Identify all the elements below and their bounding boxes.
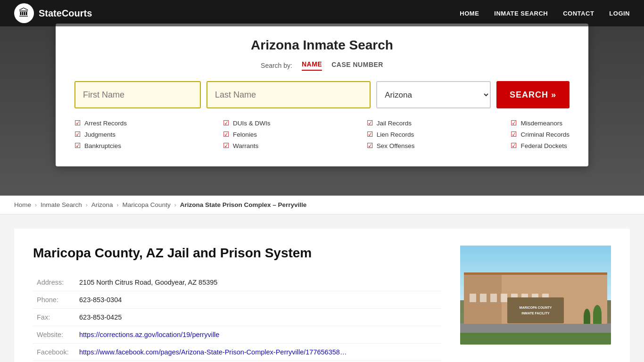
table-row: Facebook: https://www.facebook.com/pages… <box>33 344 441 361</box>
checklist-col-4: ☑ Misdemeanors ☑ Criminal Records ☑ Fede… <box>511 119 570 150</box>
search-button[interactable]: SEARCH » <box>496 81 570 108</box>
checklist-item: ☑ Felonies <box>223 130 271 139</box>
search-by-label: Search by: <box>261 62 292 69</box>
checklist-item: ☑ Jail Records <box>367 119 415 127</box>
breadcrumb-inmate-search[interactable]: Inmate Search <box>41 201 82 208</box>
checklist-item: ☑ DUIs & DWIs <box>223 119 271 127</box>
checklist-item: ☑ Warrants <box>223 141 271 150</box>
content-right: MARICOPA COUNTY INMATE FACILITY <box>460 246 611 361</box>
phone-label: Phone: <box>33 291 75 309</box>
search-card-title: Arizona Inmate Search <box>74 38 570 53</box>
breadcrumb-maricopa[interactable]: Maricopa County <box>123 201 171 208</box>
checklist-label: Federal Dockets <box>520 142 567 149</box>
last-name-input[interactable] <box>206 81 371 108</box>
checklist-label: Judgments <box>84 131 116 138</box>
check-icon: ☑ <box>367 141 373 150</box>
tab-name[interactable]: NAME <box>302 60 322 71</box>
checklist-col-2: ☑ DUIs & DWIs ☑ Felonies ☑ Warrants <box>223 119 271 150</box>
check-icon: ☑ <box>367 130 373 139</box>
checklist-label: Jail Records <box>377 120 412 127</box>
checklist-item: ☑ Bankruptcies <box>74 141 127 150</box>
info-table: Address: 2105 North Citrus Road, Goodyea… <box>33 274 441 361</box>
phone-value: 623-853-0304 <box>75 291 441 309</box>
table-row: Address: 2105 North Citrus Road, Goodyea… <box>33 274 441 291</box>
hero-section: COURTHOUSE 🏛 StateCourts HOME INMATE SEA… <box>0 0 644 196</box>
checklist: ☑ Arrest Records ☑ Judgments ☑ Bankruptc… <box>74 119 570 150</box>
breadcrumb-sep: › <box>174 202 176 208</box>
search-inputs-row: Arizona Alabama Alaska California Colora… <box>74 81 570 108</box>
checklist-label: Bankruptcies <box>84 142 121 149</box>
check-icon: ☑ <box>511 141 517 150</box>
check-icon: ☑ <box>511 119 517 127</box>
check-icon: ☑ <box>223 130 229 139</box>
sign-text-line2: INMATE FACILITY <box>521 311 549 315</box>
checklist-item: ☑ Judgments <box>74 130 127 139</box>
first-name-input[interactable] <box>74 81 201 108</box>
nav-contact[interactable]: CONTACT <box>563 10 594 17</box>
table-row: Fax: 623-853-0425 <box>33 309 441 326</box>
website-link[interactable]: https://corrections.az.gov/location/19/p… <box>79 331 219 338</box>
table-row: Phone: 623-853-0304 <box>33 291 441 309</box>
state-select[interactable]: Arizona Alabama Alaska California Colora… <box>376 81 491 108</box>
checklist-label: Misdemeanors <box>520 120 562 127</box>
breadcrumb: Home › Inmate Search › Arizona › Maricop… <box>0 196 644 214</box>
check-icon: ☑ <box>74 130 81 139</box>
website-value: https://corrections.az.gov/location/19/p… <box>75 326 441 344</box>
table-row: Website: https://corrections.az.gov/loca… <box>33 326 441 344</box>
content-inner: Maricopa County, AZ Jail and Prison Syst… <box>33 246 611 361</box>
checklist-col-3: ☑ Jail Records ☑ Lien Records ☑ Sex Offe… <box>367 119 415 150</box>
content-card: Maricopa County, AZ Jail and Prison Syst… <box>14 229 630 362</box>
checklist-label: Arrest Records <box>84 120 127 127</box>
nav-links: HOME INMATE SEARCH CONTACT LOGIN <box>460 10 630 17</box>
checklist-label: DUIs & DWIs <box>233 120 271 127</box>
logo-icon: 🏛 <box>14 3 34 23</box>
checklist-item: ☑ Lien Records <box>367 130 415 139</box>
check-icon: ☑ <box>367 119 373 127</box>
checklist-item: ☑ Sex Offenses <box>367 141 415 150</box>
address-label: Address: <box>33 274 75 291</box>
checklist-item: ☑ Arrest Records <box>74 119 127 127</box>
checklist-item: ☑ Federal Dockets <box>511 141 570 150</box>
checklist-label: Felonies <box>233 131 257 138</box>
main-content: Maricopa County, AZ Jail and Prison Syst… <box>0 214 644 362</box>
content-left: Maricopa County, AZ Jail and Prison Syst… <box>33 246 441 361</box>
search-by-row: Search by: NAME CASE NUMBER <box>74 60 570 71</box>
check-icon: ☑ <box>223 119 229 127</box>
nav-inmate-search[interactable]: INMATE SEARCH <box>494 10 548 17</box>
checklist-label: Lien Records <box>377 131 414 138</box>
breadcrumb-current: Arizona State Prison Complex – Perryvill… <box>180 201 307 208</box>
checklist-label: Warrants <box>233 142 258 149</box>
nav-home[interactable]: HOME <box>460 10 479 17</box>
address-value: 2105 North Citrus Road, Goodyear, AZ 853… <box>75 274 441 291</box>
facebook-link[interactable]: https://www.facebook.com/pages/Arizona-S… <box>79 348 347 356</box>
fax-value: 623-853-0425 <box>75 309 441 326</box>
check-icon: ☑ <box>511 130 517 139</box>
checklist-label: Criminal Records <box>520 131 570 138</box>
logo-area: 🏛 StateCourts <box>14 3 460 23</box>
checklist-item: ☑ Criminal Records <box>511 130 570 139</box>
top-nav: 🏛 StateCourts HOME INMATE SEARCH CONTACT… <box>0 0 644 26</box>
nav-login[interactable]: LOGIN <box>609 10 630 17</box>
website-label: Website: <box>33 326 75 344</box>
search-card: Arizona Inmate Search Search by: NAME CA… <box>56 24 588 166</box>
check-icon: ☑ <box>74 119 81 127</box>
facility-image: MARICOPA COUNTY INMATE FACILITY <box>460 246 611 345</box>
checklist-item: ☑ Misdemeanors <box>511 119 570 127</box>
site-name: StateCourts <box>39 8 92 19</box>
facebook-label: Facebook: <box>33 344 75 361</box>
check-icon: ☑ <box>74 141 81 150</box>
breadcrumb-sep: › <box>117 202 119 208</box>
breadcrumb-arizona[interactable]: Arizona <box>91 201 113 208</box>
checklist-col-1: ☑ Arrest Records ☑ Judgments ☑ Bankruptc… <box>74 119 127 150</box>
breadcrumb-sep: › <box>86 202 88 208</box>
facility-title: Maricopa County, AZ Jail and Prison Syst… <box>33 246 441 261</box>
breadcrumb-home[interactable]: Home <box>14 201 31 208</box>
fax-label: Fax: <box>33 309 75 326</box>
breadcrumb-sep: › <box>35 202 37 208</box>
facebook-value: https://www.facebook.com/pages/Arizona-S… <box>75 344 441 361</box>
sign-text-line1: MARICOPA COUNTY <box>520 305 552 310</box>
tab-case-number[interactable]: CASE NUMBER <box>331 61 383 70</box>
checklist-label: Sex Offenses <box>377 142 415 149</box>
check-icon: ☑ <box>223 141 229 150</box>
